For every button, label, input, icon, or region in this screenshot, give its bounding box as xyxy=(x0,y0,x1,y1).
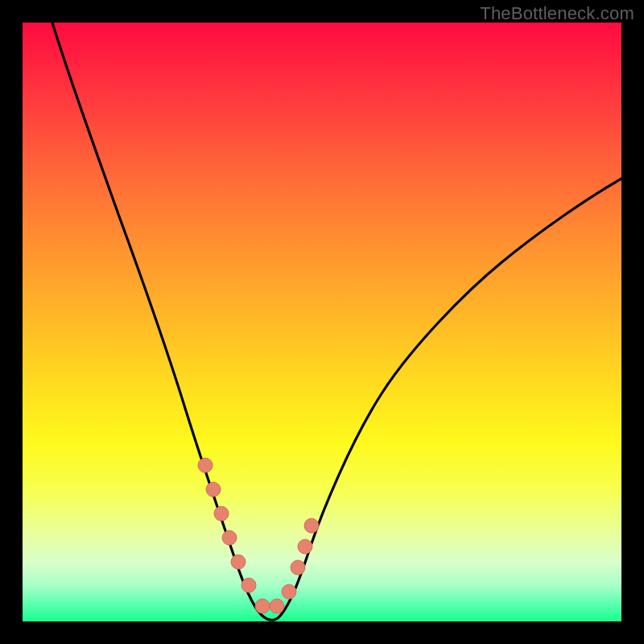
marker-dot xyxy=(304,518,319,533)
marker-dot xyxy=(291,560,305,575)
marker-dot xyxy=(206,482,221,497)
marker-dot xyxy=(198,458,213,473)
plot-area xyxy=(23,23,621,621)
marker-group xyxy=(198,458,319,613)
marker-dot xyxy=(270,599,284,613)
marker-dot xyxy=(222,530,237,545)
marker-dot xyxy=(255,599,270,613)
curve-layer xyxy=(23,23,621,621)
marker-dot xyxy=(214,506,229,521)
bottleneck-curve xyxy=(52,23,621,620)
chart-frame: TheBottleneck.com xyxy=(0,0,644,644)
marker-dot xyxy=(282,584,296,599)
watermark-text: TheBottleneck.com xyxy=(480,3,634,24)
marker-dot xyxy=(242,578,256,592)
marker-dot xyxy=(231,555,246,569)
marker-dot xyxy=(298,539,312,554)
